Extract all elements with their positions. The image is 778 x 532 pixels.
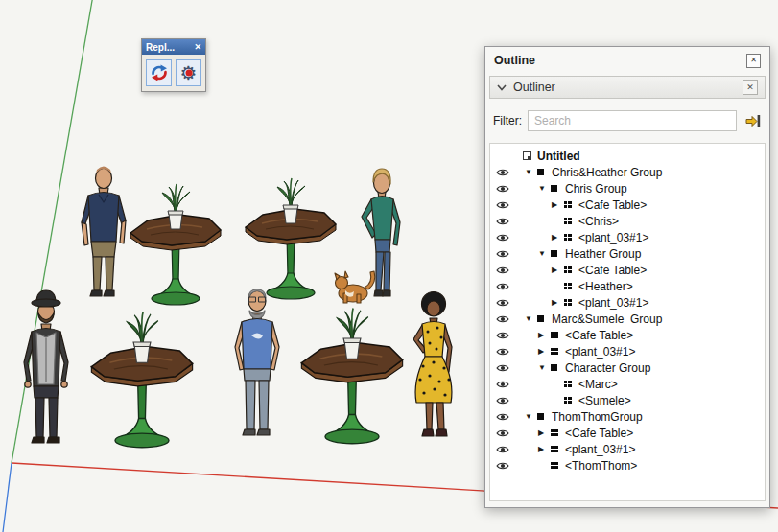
cafe-table-4[interactable] xyxy=(301,309,402,444)
component-icon xyxy=(564,201,577,209)
chevron-down-icon xyxy=(497,84,507,91)
visibility-eye-icon[interactable] xyxy=(496,347,515,357)
node-label: Chris&Heather Group xyxy=(552,166,662,179)
expand-arrow-icon[interactable]: ▶ xyxy=(552,229,564,245)
visibility-eye-icon[interactable] xyxy=(496,396,515,405)
outline-row[interactable]: ▼Character Group xyxy=(490,359,765,376)
visibility-eye-icon[interactable] xyxy=(496,461,515,471)
figure-cat[interactable] xyxy=(335,271,375,303)
expand-arrow-icon[interactable]: ▶ xyxy=(552,197,564,213)
panel-close-button[interactable]: ✕ xyxy=(746,54,761,68)
expand-arrow-icon[interactable]: ▶ xyxy=(538,425,551,441)
outline-row[interactable]: ▶<plant_03#1> xyxy=(490,343,765,359)
visibility-eye-icon[interactable] xyxy=(496,200,515,210)
component-icon xyxy=(564,266,577,274)
cafe-table-2[interactable] xyxy=(246,178,336,299)
outline-row[interactable]: Untitled xyxy=(490,148,765,164)
outline-row[interactable]: ▼Heather Group xyxy=(490,245,765,262)
figure-heather[interactable] xyxy=(362,169,400,296)
expand-arrow-icon[interactable]: ▶ xyxy=(552,294,564,311)
section-close-button[interactable]: ✕ xyxy=(743,80,758,95)
replace-toolbar-titlebar[interactable]: Repl... ✕ xyxy=(142,39,205,55)
section-title: Outliner xyxy=(513,81,555,94)
visibility-eye-icon[interactable] xyxy=(496,331,515,340)
visibility-eye-icon[interactable] xyxy=(496,445,515,454)
visibility-eye-icon[interactable] xyxy=(496,412,515,422)
outline-row[interactable]: <Marc> xyxy=(490,376,765,392)
visibility-eye-icon[interactable] xyxy=(496,184,515,194)
visibility-eye-icon[interactable] xyxy=(496,428,515,438)
replace-settings-button[interactable]: ⚙ xyxy=(176,59,201,86)
collapse-arrow-icon[interactable]: ▼ xyxy=(525,311,537,327)
visibility-eye-icon[interactable] xyxy=(496,282,515,291)
collapse-arrow-icon[interactable]: ▼ xyxy=(538,245,551,262)
node-label: <Sumele> xyxy=(578,394,631,407)
node-label: <Chris> xyxy=(578,215,619,228)
outline-tree: Untitled▼Chris&Heather Group▼Chris Group… xyxy=(489,143,766,501)
group-icon xyxy=(551,185,563,192)
replace-toolbar[interactable]: Repl... ✕ ⚙ xyxy=(141,38,206,92)
collapse-arrow-icon[interactable]: ▼ xyxy=(525,408,537,425)
node-label: <ThomThom> xyxy=(565,459,637,473)
expand-arrow-icon[interactable]: ▶ xyxy=(538,327,551,343)
outline-row[interactable]: <Sumele> xyxy=(490,392,765,408)
search-input[interactable] xyxy=(528,110,737,131)
expand-arrow-icon[interactable]: ▶ xyxy=(538,441,551,457)
node-label: <plant_03#1> xyxy=(578,231,648,244)
outline-row[interactable]: <Heather> xyxy=(490,278,765,294)
visibility-eye-icon[interactable] xyxy=(496,363,515,373)
node-label: <plant_03#1> xyxy=(565,345,635,359)
node-label: Character Group xyxy=(565,361,650,375)
figure-thomthom[interactable] xyxy=(235,289,279,435)
figure-sumele[interactable] xyxy=(413,292,452,437)
expand-arrow-icon[interactable]: ▶ xyxy=(552,262,564,278)
panel-title: Outline xyxy=(494,54,746,67)
outline-row[interactable]: ▼Chris&Heather Group xyxy=(490,164,765,180)
outline-row[interactable]: ▶<plant_03#1> xyxy=(490,441,765,457)
visibility-eye-icon[interactable] xyxy=(496,266,515,275)
outline-row[interactable]: ▶<Cafe Table> xyxy=(490,197,765,213)
component-icon xyxy=(551,348,563,356)
visibility-eye-icon[interactable] xyxy=(496,217,515,226)
node-label: <Cafe Table> xyxy=(578,198,647,212)
component-icon xyxy=(564,283,577,290)
outline-panel-titlebar[interactable]: Outline ✕ xyxy=(485,47,769,74)
component-icon xyxy=(551,429,563,437)
visibility-eye-icon[interactable] xyxy=(496,249,515,259)
component-icon xyxy=(564,234,577,242)
visibility-eye-icon[interactable] xyxy=(496,233,515,243)
model-icon xyxy=(523,151,535,160)
node-label: ThomThomGroup xyxy=(552,410,643,424)
cafe-table-3[interactable] xyxy=(91,312,192,448)
figure-chris[interactable] xyxy=(82,167,126,297)
outline-row[interactable]: ▶<Cafe Table> xyxy=(490,262,765,278)
outline-row[interactable]: ▶<plant_03#1> xyxy=(490,294,765,311)
node-label: Marc&Sumele Group xyxy=(552,312,662,326)
figure-marc[interactable] xyxy=(24,290,68,443)
visibility-eye-icon[interactable] xyxy=(496,314,515,324)
filter-detail-arrow-icon xyxy=(744,114,761,128)
collapse-arrow-icon[interactable]: ▼ xyxy=(525,164,537,180)
replace-toolbar-close-button[interactable]: ✕ xyxy=(194,42,201,52)
filter-row: Filter: xyxy=(493,110,762,131)
replace-swap-arrows-button[interactable] xyxy=(146,59,172,86)
outline-row[interactable]: ▶<plant_03#1> xyxy=(490,229,765,245)
cafe-table-1[interactable] xyxy=(130,184,221,305)
visibility-eye-icon[interactable] xyxy=(496,298,515,308)
outline-row[interactable]: <ThomThom> xyxy=(490,457,765,474)
outline-row[interactable]: ▶<Cafe Table> xyxy=(490,327,765,343)
outliner-section-header[interactable]: Outliner ✕ xyxy=(489,76,766,99)
node-label: <Heather> xyxy=(578,280,633,293)
expand-arrow-icon[interactable]: ▶ xyxy=(538,343,551,359)
visibility-eye-icon[interactable] xyxy=(496,168,515,177)
collapse-arrow-icon[interactable]: ▼ xyxy=(538,359,551,376)
outline-row[interactable]: ▶<Cafe Table> xyxy=(490,425,765,441)
filter-detail-arrow-button[interactable] xyxy=(743,112,762,129)
outline-row[interactable]: ▼Marc&Sumele Group xyxy=(490,311,765,327)
outline-row[interactable]: ▼ThomThomGroup xyxy=(490,408,765,425)
outline-row[interactable]: ▼Chris Group xyxy=(490,180,765,197)
collapse-arrow-icon[interactable]: ▼ xyxy=(538,180,551,197)
group-icon xyxy=(537,413,550,420)
visibility-eye-icon[interactable] xyxy=(496,380,515,389)
outline-row[interactable]: <Chris> xyxy=(490,213,765,229)
